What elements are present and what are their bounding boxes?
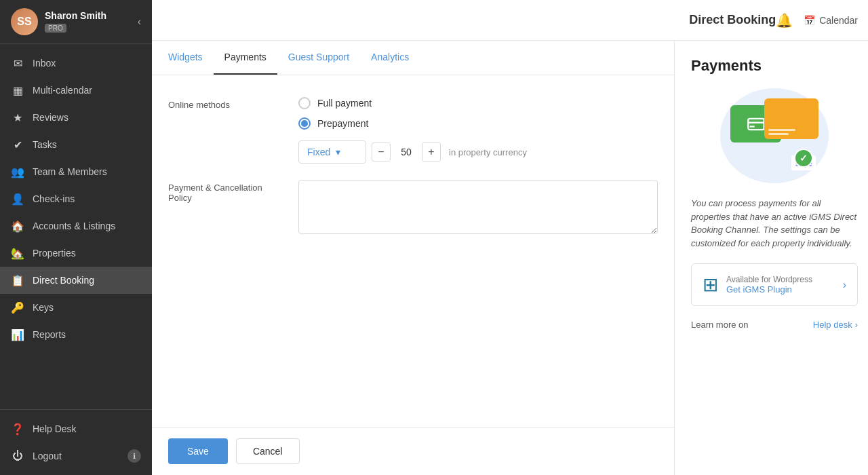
info-icon: ℹ	[127, 449, 141, 463]
sidebar-item-logout[interactable]: ⏻ Logout ℹ	[0, 442, 152, 470]
tabs-bar: Widgets Payments Guest Support Analytics	[152, 41, 674, 75]
sidebar-item-direct-booking[interactable]: 📋 Direct Booking	[0, 267, 152, 294]
panel-title: Payments	[691, 57, 858, 75]
save-button[interactable]: Save	[168, 438, 228, 464]
content-wrapper: Widgets Payments Guest Support Analytics…	[152, 41, 868, 475]
properties-icon: 🏡	[11, 246, 24, 260]
topbar-actions: 🔔 📅 Calendar	[776, 12, 858, 28]
main-content: Direct Booking 🔔 📅 Calendar Widgets Paym…	[152, 0, 868, 475]
sidebar-item-label: Multi-calendar	[33, 85, 92, 96]
sidebar-item-properties[interactable]: 🏡 Properties	[0, 240, 152, 267]
sidebar-nav: ✉ Inbox ▦ Multi-calendar ★ Reviews ✔ Tas…	[0, 44, 152, 409]
sidebar-collapse-button[interactable]: ‹	[138, 16, 141, 28]
avatar: SS	[11, 8, 38, 35]
currency-note: in property currency	[449, 147, 527, 157]
prepayment-label: Prepayment	[317, 118, 368, 129]
page-title: Direct Booking	[689, 13, 776, 27]
sidebar-item-reviews[interactable]: ★ Reviews	[0, 104, 152, 131]
stripe-icon-container: stripe ✓	[730, 98, 818, 173]
tab-payments[interactable]: Payments	[214, 41, 277, 75]
sidebar-item-reports[interactable]: 📊 Reports	[0, 321, 152, 348]
topbar: Direct Booking 🔔 📅 Calendar	[152, 0, 868, 41]
online-methods-label: Online methods	[168, 97, 277, 110]
prepayment-option[interactable]: Prepayment	[298, 117, 527, 130]
helpdesk-row: Learn more on Help desk ›	[691, 320, 858, 330]
helpdesk-arrow-icon: ›	[855, 320, 858, 330]
sidebar: SS Sharon Smith PRO ‹ ✉ Inbox ▦ Multi-ca…	[0, 0, 152, 475]
sidebar-header: SS Sharon Smith PRO ‹	[0, 0, 152, 44]
notification-bell-icon[interactable]: 🔔	[776, 12, 793, 28]
fixed-dropdown[interactable]: Fixed ▾	[298, 140, 366, 164]
sidebar-item-label: Properties	[33, 248, 76, 259]
amount-row: Fixed ▾ − 50 + in property currency	[298, 140, 527, 164]
sidebar-item-label: Accounts & Listings	[33, 221, 115, 231]
logout-icon: ⏻	[11, 449, 24, 463]
sidebar-footer: ❓ Help Desk ⏻ Logout ℹ	[0, 409, 152, 475]
card-lines-icon	[747, 115, 766, 134]
full-payment-label: Full payment	[317, 98, 372, 109]
sidebar-item-tasks[interactable]: ✔ Tasks	[0, 131, 152, 158]
wordpress-icon: ⊞	[703, 273, 718, 296]
wordpress-box[interactable]: ⊞ Available for Wordpress Get iGMS Plugi…	[691, 263, 858, 306]
stripe-graphic: stripe ✓	[720, 88, 829, 183]
sidebar-item-label: Help Desk	[33, 423, 77, 434]
tab-analytics[interactable]: Analytics	[360, 41, 420, 75]
content-area: Widgets Payments Guest Support Analytics…	[152, 41, 674, 475]
sidebar-item-label: Logout	[33, 451, 62, 461]
policy-label: Payment & Cancellation Policy	[168, 180, 277, 203]
sidebar-item-label: Keys	[33, 302, 54, 313]
svg-rect-2	[749, 126, 754, 127]
tasks-icon: ✔	[11, 138, 24, 151]
form-area: Online methods Full payment Prepayment	[152, 75, 674, 427]
cancel-button[interactable]: Cancel	[236, 438, 300, 464]
tab-guest-support[interactable]: Guest Support	[277, 41, 360, 75]
wordpress-plugin-link[interactable]: Get iGMS Plugin	[726, 284, 835, 294]
wordpress-available-label: Available for Wordpress	[726, 275, 835, 284]
keys-icon: 🔑	[11, 301, 24, 314]
calendar-button[interactable]: 📅 Calendar	[804, 15, 858, 26]
chevron-down-icon: ▾	[336, 147, 340, 157]
sidebar-item-label: Tasks	[33, 139, 57, 150]
sidebar-item-accounts-listings[interactable]: 🏠 Accounts & Listings	[0, 212, 152, 240]
check-badge: ✓	[794, 149, 813, 168]
svg-rect-0	[748, 118, 764, 129]
sidebar-item-label: Team & Members	[33, 166, 107, 177]
sidebar-item-label: Direct Booking	[33, 275, 94, 286]
inbox-icon: ✉	[11, 56, 24, 70]
full-payment-option[interactable]: Full payment	[298, 97, 527, 109]
prepayment-radio[interactable]	[298, 117, 311, 130]
payment-method-controls: Full payment Prepayment Fixed ▾	[298, 97, 527, 164]
user-name: Sharon Smith	[45, 10, 138, 21]
sidebar-item-multi-calendar[interactable]: ▦ Multi-calendar	[0, 77, 152, 104]
sidebar-item-inbox[interactable]: ✉ Inbox	[0, 50, 152, 77]
helpdesk-link[interactable]: Help desk ›	[813, 320, 858, 330]
calendar-icon: ▦	[11, 83, 24, 97]
sidebar-item-team-members[interactable]: 👥 Team & Members	[0, 158, 152, 185]
dropdown-value: Fixed	[307, 147, 330, 157]
tab-widgets[interactable]: Widgets	[168, 41, 214, 75]
decrement-button[interactable]: −	[372, 142, 391, 162]
reports-icon: 📊	[11, 328, 24, 341]
full-payment-radio[interactable]	[298, 97, 311, 109]
online-methods-row: Online methods Full payment Prepayment	[168, 97, 658, 164]
sidebar-item-label: Check-ins	[33, 193, 75, 204]
increment-button[interactable]: +	[422, 142, 441, 162]
star-icon: ★	[11, 111, 24, 124]
sidebar-item-help-desk[interactable]: ❓ Help Desk	[0, 415, 152, 442]
helpdesk-link-label: Help desk	[813, 320, 852, 330]
sidebar-item-keys[interactable]: 🔑 Keys	[0, 294, 152, 321]
sidebar-item-check-ins[interactable]: 👤 Check-ins	[0, 185, 152, 212]
calendar-label: Calendar	[819, 15, 858, 26]
right-panel: Payments	[674, 41, 868, 475]
sidebar-item-label: Inbox	[33, 58, 56, 69]
form-footer: Save Cancel	[152, 427, 674, 475]
checkin-icon: 👤	[11, 192, 24, 206]
chevron-right-icon: ›	[843, 279, 846, 291]
radio-selected-indicator	[301, 120, 308, 127]
direct-booking-icon: 📋	[11, 273, 24, 287]
user-info: Sharon Smith PRO	[45, 10, 138, 33]
amount-value: 50	[396, 147, 416, 157]
help-icon: ❓	[11, 422, 24, 436]
policy-textarea[interactable]	[298, 180, 658, 234]
policy-row: Payment & Cancellation Policy	[168, 180, 658, 234]
